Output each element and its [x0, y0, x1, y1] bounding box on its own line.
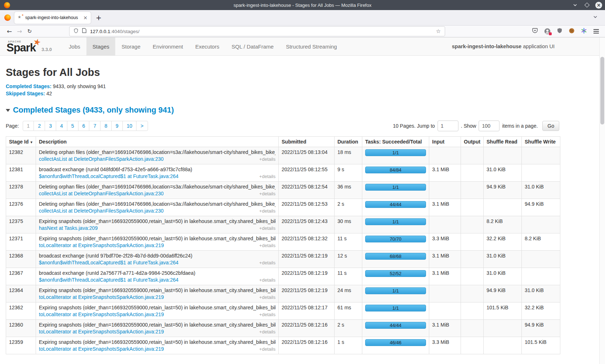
column-label: Shuffle Read: [487, 139, 517, 145]
ublock-shield-icon[interactable]: [557, 28, 563, 35]
page-button-2[interactable]: 2: [33, 121, 45, 131]
input-cell: 3.3 MiB: [429, 337, 461, 354]
back-button[interactable]: ←: [4, 28, 14, 35]
page-button-10[interactable]: 10: [122, 121, 137, 131]
page-button-1[interactable]: 1: [23, 121, 34, 131]
column-header-output[interactable]: Output: [461, 137, 484, 147]
stage-row: 12362Expiring snapshots (older_than=1669…: [6, 302, 560, 320]
callsite-link[interactable]: toLocalIterator at ExpireSnapshotsSparkA…: [39, 242, 164, 248]
details-toggle[interactable]: +details: [259, 260, 275, 265]
nav-tab-sql-dataframe[interactable]: SQL / DataFrame: [225, 37, 280, 55]
window-titlebar: spark-ingest-into-lakehouse - Stages for…: [0, 0, 605, 10]
stage-id-cell: 12360: [6, 320, 36, 337]
tab-close-icon[interactable]: ×: [83, 15, 88, 20]
page-button-7[interactable]: 7: [89, 121, 100, 131]
spark-nav-list: JobsStagesStorageEnvironmentExecutorsSQL…: [63, 37, 343, 55]
page-button-9[interactable]: 9: [111, 121, 123, 131]
column-header-submitted[interactable]: Submitted: [279, 137, 335, 147]
page-button-8[interactable]: 8: [100, 121, 112, 131]
window-maximize-icon[interactable]: [583, 1, 591, 9]
scrollbar-thumb[interactable]: [600, 57, 604, 124]
window-close-icon[interactable]: ×: [595, 2, 602, 9]
callsite-link[interactable]: hasNext at Tasks.java:209: [39, 225, 98, 231]
details-toggle[interactable]: +details: [259, 277, 275, 283]
callsite-link[interactable]: $anonfun$withThreadLocalCaptured$1 at Fu…: [39, 173, 179, 179]
description-text: Deleting orphan files (older_than=166910…: [39, 149, 275, 155]
completed-stages-section-toggle[interactable]: Completed Stages (9433, only showing 941…: [6, 106, 559, 115]
details-toggle[interactable]: +details: [259, 191, 275, 196]
details-toggle[interactable]: +details: [259, 156, 275, 162]
column-header-description[interactable]: Description: [36, 137, 279, 147]
jump-to-page-input[interactable]: [438, 120, 458, 131]
bookmark-star-icon[interactable]: ☆: [436, 28, 441, 35]
tab-list-chevron-icon[interactable]: [593, 14, 598, 21]
column-header-stage-id[interactable]: Stage Id▾: [6, 137, 36, 147]
page-info-icon[interactable]: [82, 28, 86, 35]
items-per-page-input[interactable]: [479, 120, 499, 131]
details-toggle[interactable]: +details: [259, 174, 275, 179]
column-header-input[interactable]: Input: [429, 137, 461, 147]
spark-logo[interactable]: APACHE Spark ★ 3.3.0: [5, 37, 63, 55]
column-header-shuffle-write[interactable]: Shuffle Write: [522, 137, 560, 147]
details-toggle[interactable]: +details: [259, 346, 275, 352]
nav-tab-executors[interactable]: Executors: [189, 37, 225, 55]
description-text: broadcast exchange (runId 2a75677f-a771-…: [39, 270, 275, 276]
page-button-3[interactable]: 3: [45, 121, 56, 131]
nav-tab-environment[interactable]: Environment: [147, 37, 189, 55]
callsite-link[interactable]: $anonfun$withThreadLocalCaptured$1 at Fu…: [39, 260, 179, 265]
menu-hamburger-icon[interactable]: [593, 31, 599, 32]
tasks-cell: 1/1: [362, 302, 429, 320]
shuffle-read-cell: 94.9 KiB: [484, 285, 522, 302]
forward-button[interactable]: →: [14, 28, 24, 35]
callsite-link[interactable]: toLocalIterator at ExpireSnapshotsSparkA…: [39, 329, 164, 335]
submitted-cell: 2022/11/25 08:12:55: [279, 164, 335, 182]
stage-row: 12359Expiring snapshots (older_than=1669…: [6, 337, 560, 354]
page-button-5[interactable]: 5: [67, 121, 79, 131]
column-header-tasks-succeeded-total[interactable]: Tasks: Succeeded/Total: [362, 137, 429, 147]
callsite-link[interactable]: toLocalIterator at ExpireSnapshotsSparkA…: [39, 311, 164, 317]
window-minimize-icon[interactable]: [572, 1, 579, 9]
stage-id-cell: 12378: [6, 182, 36, 199]
details-toggle[interactable]: +details: [259, 312, 275, 317]
nav-tab-storage[interactable]: Storage: [115, 37, 147, 55]
page-next-button[interactable]: >: [136, 121, 148, 131]
shuffle-read-cell: 8.2 KiB: [484, 216, 522, 233]
column-label: Input: [432, 139, 444, 145]
cookie-icon[interactable]: [569, 28, 575, 35]
callsite-link[interactable]: toLocalIterator at ExpireSnapshotsSparkA…: [39, 294, 164, 300]
details-toggle[interactable]: +details: [259, 243, 275, 248]
stage-row: 12367broadcast exchange (runId 2a75677f-…: [6, 268, 560, 285]
show-label: . Show: [461, 123, 476, 129]
browser-tab[interactable]: ★ ★ spark-ingest-into-lakehous ×: [14, 12, 91, 24]
account-icon[interactable]: [544, 28, 551, 35]
details-toggle[interactable]: +details: [259, 208, 275, 214]
reload-button[interactable]: ↻: [24, 28, 35, 35]
callsite-link[interactable]: collectAsList at DeleteOrphanFilesSparkA…: [39, 156, 163, 162]
stage-row: 12371Expiring snapshots (older_than=1669…: [6, 233, 560, 251]
nav-tab-jobs[interactable]: Jobs: [63, 37, 86, 55]
firefox-icon: [4, 2, 10, 8]
callsite-link[interactable]: collectAsList at DeleteOrphanFilesSparkA…: [39, 208, 163, 214]
page-button-4[interactable]: 4: [56, 121, 67, 131]
page-title: Stages for All Jobs: [6, 67, 559, 78]
nav-tab-structured-streaming[interactable]: Structured Streaming: [280, 37, 343, 55]
new-tab-button[interactable]: +: [96, 14, 102, 22]
shield-icon[interactable]: [73, 28, 79, 35]
details-toggle[interactable]: +details: [259, 329, 275, 335]
page-scrollbar[interactable]: [599, 37, 605, 364]
callsite-link[interactable]: $anonfun$withThreadLocalCaptured$1 at Fu…: [39, 277, 179, 283]
column-header-duration[interactable]: Duration: [335, 137, 362, 147]
extension-asterisk-icon[interactable]: [581, 28, 587, 35]
page-button-6[interactable]: 6: [78, 121, 90, 131]
column-header-shuffle-read[interactable]: Shuffle Read: [484, 137, 522, 147]
nav-tab-stages[interactable]: Stages: [86, 37, 116, 55]
url-bar[interactable]: 127.0.0.1:4040/stages/ ☆: [69, 26, 445, 36]
pocket-icon[interactable]: [532, 28, 538, 35]
details-toggle[interactable]: +details: [259, 295, 275, 300]
callsite-link[interactable]: toLocalIterator at ExpireSnapshotsSparkA…: [39, 346, 164, 352]
pages-summary: 10 Pages. Jump to: [393, 123, 435, 129]
details-toggle[interactable]: +details: [259, 226, 275, 231]
task-progress-bar: 1/1: [365, 287, 426, 294]
go-button[interactable]: Go: [542, 121, 559, 131]
callsite-link[interactable]: collectAsList at DeleteOrphanFilesSparkA…: [39, 191, 163, 196]
